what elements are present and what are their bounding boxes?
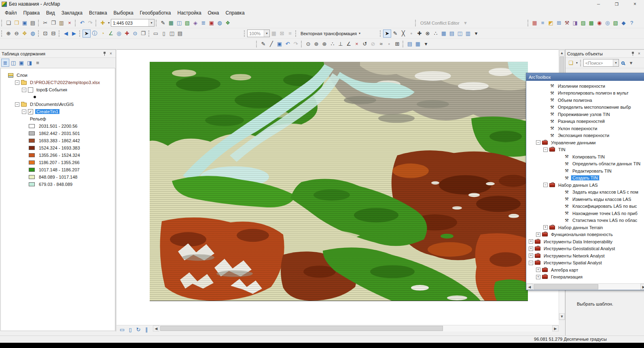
toolbox-window-icon[interactable]: ▣	[208, 19, 216, 27]
toolbar-icon[interactable]: ▦	[531, 19, 539, 27]
toolbar-icon[interactable]: ◫	[168, 30, 176, 38]
toolbox-item-label[interactable]: Копировать TIN	[571, 154, 606, 159]
edit-tool-icon[interactable]: ➤	[383, 30, 391, 38]
collapse-icon[interactable]: −	[536, 140, 540, 145]
toolbar-icon[interactable]: ◎	[604, 19, 612, 27]
toc-item-label[interactable]: 1862.442 - 2031.501	[38, 131, 81, 136]
toolbox-item-label[interactable]: Классифицировать LAS по выс	[571, 204, 638, 209]
chevron-down-icon[interactable]: ▾	[264, 30, 269, 37]
save-icon[interactable]: ▣	[21, 19, 29, 27]
raster-zoom-combo[interactable]: 100%▾	[247, 30, 270, 37]
toolbox-item-label[interactable]: Набор данных LAS	[557, 183, 599, 188]
toolbox-item-label[interactable]: Определить области данных TIN	[571, 161, 642, 166]
menu-view[interactable]: Вид	[43, 9, 58, 17]
map-canvas[interactable]	[150, 62, 528, 301]
chevron-down-icon[interactable]: ▾	[575, 61, 579, 65]
menu-edit[interactable]: Правка	[20, 9, 43, 17]
expand-icon[interactable]: +	[529, 239, 533, 244]
toc-layer-topo-events-label[interactable]: topo$ События	[35, 87, 68, 92]
delete-icon[interactable]: ×	[66, 19, 74, 27]
zoom-out-icon[interactable]: ⊖	[13, 30, 21, 38]
cut-icon[interactable]: ✂	[41, 19, 49, 27]
toc-group-arcgis-label[interactable]: D:\Documents\ArcGIS	[29, 102, 75, 107]
toc-pin-icon[interactable]	[101, 51, 108, 57]
toolbar-icon[interactable]: ⊞	[555, 19, 563, 27]
open-folder-icon[interactable]: ❒	[13, 19, 21, 27]
fixed-zoom-in-icon[interactable]: ⊡	[41, 30, 49, 38]
previous-extent-icon[interactable]: ◀	[62, 30, 70, 38]
find-icon[interactable]: ◎	[115, 30, 123, 38]
toolbar-icon[interactable]: ≡	[286, 30, 294, 38]
undo-icon[interactable]: ↶	[78, 19, 86, 27]
toolbar-icon[interactable]: ▭	[152, 30, 160, 38]
toc-item-label[interactable]: 1355.266 - 1524.324	[38, 153, 81, 158]
list-by-selection-icon[interactable]: ◨	[25, 59, 34, 67]
list-by-drawing-order-icon[interactable]: ≣	[1, 59, 9, 67]
print-icon[interactable]: ▤	[29, 19, 37, 27]
arctoolbox-scrollbar[interactable]	[533, 284, 640, 290]
toolbar-icon[interactable]: ▯	[160, 30, 168, 38]
restore-button[interactable]: ❐	[608, 0, 626, 8]
toolbox-item-label[interactable]: Изменить коды классов LAS	[571, 197, 632, 202]
toc-item-label[interactable]: 1017.148 - 1186.207	[38, 167, 81, 172]
toolbox-item-label[interactable]: Статистика точек LAS по облас	[571, 218, 638, 223]
toolbox-tool-create-tin-label[interactable]: Создать TIN	[571, 175, 599, 180]
arccatalog-icon[interactable]: ◍	[216, 19, 224, 27]
chevron-down-icon[interactable]: ▾	[613, 59, 619, 66]
model-builder-icon[interactable]: ◈	[191, 19, 199, 27]
chevron-down-icon[interactable]: ▾	[107, 21, 111, 25]
toc-layer-createtin1-label[interactable]: CreateTin1	[35, 109, 59, 114]
editor-more-dropdown-icon[interactable]: ▾	[472, 30, 480, 38]
toolbox-item-label[interactable]: Инструменты Geostatistical Analyst	[542, 246, 616, 251]
help-icon[interactable]: ?	[628, 19, 636, 27]
viewer-window-icon[interactable]: ❐	[139, 30, 147, 38]
next-extent-icon[interactable]: ▶	[70, 30, 78, 38]
pan-icon[interactable]: ✥	[21, 30, 29, 38]
time-slider-icon[interactable]: ⊙	[131, 30, 139, 38]
menu-windows[interactable]: Окна	[205, 9, 222, 17]
toolbox-item-label[interactable]: Алгебра карт	[550, 268, 579, 272]
toolbar-icon[interactable]: ≡	[539, 19, 547, 27]
add-data-icon[interactable]: ✚	[99, 19, 107, 27]
toolbox-item-label[interactable]: Разница поверхностей	[557, 119, 606, 124]
pause-drawing-icon[interactable]: ∥	[142, 325, 150, 333]
redo-icon[interactable]: ↷	[86, 19, 94, 27]
layout-view-toggle[interactable]: ▯	[126, 325, 134, 333]
organize-templates-icon[interactable]: ❏	[567, 59, 575, 67]
toolbox-item-label[interactable]: Объем полигона	[557, 98, 593, 103]
python-window-icon[interactable]: ≣	[199, 19, 208, 27]
toolbox-item-label[interactable]: Инструменты Network Analyst	[542, 253, 606, 258]
toolbar-icon[interactable]: ✚	[415, 30, 424, 38]
toolbar-icon[interactable]: ◉	[595, 19, 604, 27]
create-features-close-icon[interactable]: ×	[636, 51, 642, 57]
attributes-window-icon[interactable]: ▦	[440, 30, 448, 38]
collapse-icon[interactable]: −	[15, 80, 19, 85]
toolbar-icon[interactable]: ⊗	[424, 30, 432, 38]
toolbar-icon[interactable]: ▩	[587, 19, 595, 27]
select-elements-icon[interactable]: ➤	[83, 30, 91, 38]
expand-icon[interactable]: +	[529, 247, 533, 251]
toolbox-item-label[interactable]: Экспозиция поверхности	[557, 133, 610, 138]
toolbar-icon[interactable]: ↷	[292, 40, 300, 48]
toolbar-icon[interactable]: ▤	[406, 40, 414, 48]
toolbar-icon[interactable]: ×	[353, 40, 361, 48]
toolbar-icon[interactable]: ↶	[284, 40, 292, 48]
toolbar-icon[interactable]: ◦	[407, 30, 415, 38]
toc-item-label[interactable]: 1186.207 - 1355.266	[38, 160, 81, 165]
toc-item-label[interactable]: 1693.383 - 1862.442	[38, 138, 81, 143]
toc-item-label[interactable]: 679.03 - 848.089	[38, 182, 74, 187]
toolbox-item-label[interactable]: Генерализация	[550, 274, 584, 279]
toc-item-label[interactable]: 2031.501 - 2200.56	[38, 124, 78, 129]
template-search-icon[interactable]	[619, 59, 627, 67]
toc-renderer-label-label[interactable]: Рельеф	[29, 116, 47, 121]
measure-icon[interactable]: ∠	[107, 30, 115, 38]
scrollbar-thumb[interactable]	[534, 284, 598, 289]
new-document-icon[interactable]: ❏	[4, 19, 13, 27]
toolbox-item-label[interactable]: Функциональная поверхность	[550, 232, 614, 237]
chevron-down-icon[interactable]: ▾	[148, 19, 154, 26]
toolbox-item-label[interactable]: Задать коды классов LAS с пом	[571, 190, 640, 194]
toolbox-item-label[interactable]: Определить местоположение выбр	[557, 105, 632, 110]
toolbox-item-label[interactable]: Набор данных Terrain	[557, 225, 604, 230]
toolbar-icon[interactable]: ▣	[275, 40, 284, 48]
menu-insert[interactable]: Вставка	[86, 9, 110, 17]
